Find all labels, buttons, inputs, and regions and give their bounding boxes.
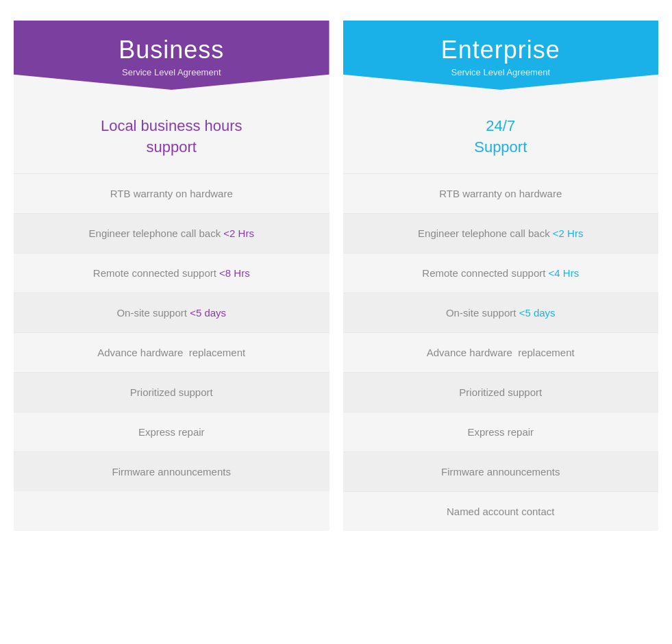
highlight-text: <2 Hrs: [223, 227, 254, 239]
business-plan-column: Business Service Level Agreement Local b…: [14, 21, 329, 531]
highlight-text: <5 days: [190, 307, 226, 319]
list-item: Engineer telephone call back <2 Hrs: [14, 213, 329, 253]
enterprise-feature-list: RTB warranty on hardware Engineer teleph…: [343, 173, 659, 531]
list-item: Advance hardware replacement: [14, 332, 329, 372]
list-item: Prioritized support: [14, 372, 329, 412]
highlight-text: <5 days: [519, 307, 556, 319]
business-plan-header: Business Service Level Agreement: [14, 21, 329, 90]
list-item: RTB warranty on hardware: [343, 173, 659, 213]
list-item: Firmware announcements: [14, 451, 329, 491]
comparison-container: Business Service Level Agreement Local b…: [14, 14, 658, 531]
list-item: Advance hardware replacement: [343, 332, 659, 372]
highlight-text: <8 Hrs: [219, 267, 250, 279]
list-item: Named account contact: [343, 491, 659, 531]
list-item: Express repair: [343, 412, 659, 451]
enterprise-plan-column: Enterprise Service Level Agreement 24/7S…: [343, 21, 659, 531]
list-item: On-site support <5 days: [14, 293, 329, 332]
list-item: Engineer telephone call back <2 Hrs: [343, 213, 659, 253]
business-header-shape: Business Service Level Agreement: [14, 21, 329, 90]
enterprise-header-shape: Enterprise Service Level Agreement: [343, 21, 659, 90]
list-item: Remote connected support <8 Hrs: [14, 253, 329, 293]
highlight-text: <4 Hrs: [549, 267, 580, 279]
list-item: On-site support <5 days: [343, 293, 659, 332]
enterprise-plan-title: Enterprise: [357, 36, 645, 64]
highlight-text: <2 Hrs: [553, 227, 584, 239]
list-item: Firmware announcements: [343, 451, 659, 491]
enterprise-plan-header: Enterprise Service Level Agreement: [343, 21, 659, 90]
list-item: Remote connected support <4 Hrs: [343, 253, 659, 293]
business-feature-list: RTB warranty on hardware Engineer teleph…: [14, 173, 329, 491]
enterprise-support-highlight: 24/7Support: [343, 97, 659, 173]
enterprise-plan-subtitle: Service Level Agreement: [357, 67, 645, 77]
list-item: RTB warranty on hardware: [14, 173, 329, 213]
business-support-highlight: Local business hourssupport: [14, 97, 329, 173]
list-item: Prioritized support: [343, 372, 659, 412]
business-plan-title: Business: [27, 36, 316, 64]
business-plan-subtitle: Service Level Agreement: [27, 67, 316, 77]
list-item: Express repair: [14, 412, 329, 451]
